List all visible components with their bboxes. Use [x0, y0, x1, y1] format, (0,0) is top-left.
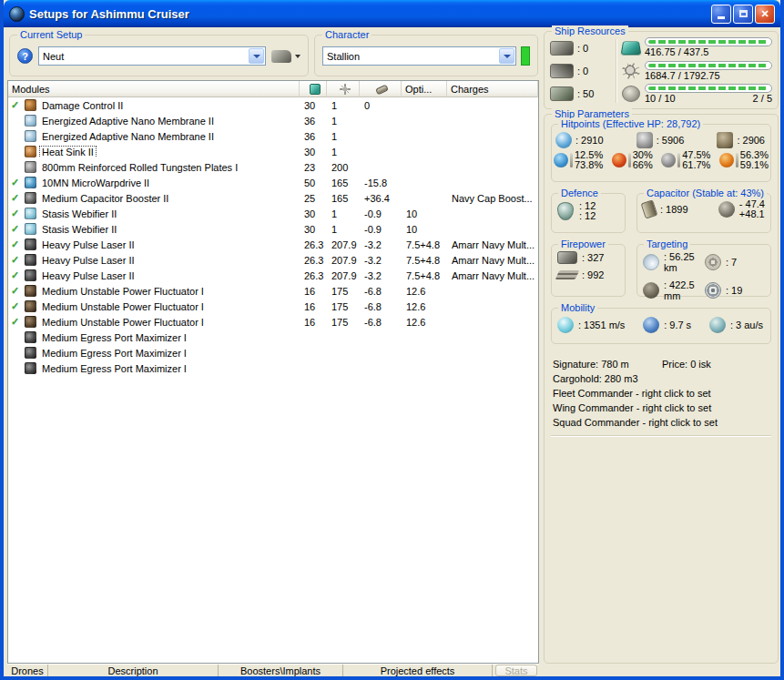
tab-description[interactable]: Description: [48, 665, 219, 676]
module-cap-use: -0.9: [360, 208, 402, 219]
module-row[interactable]: ✓Heavy Pulse Laser II26.3207.9-3.27.5+4.…: [8, 252, 538, 268]
em-resist-values: 12.5%73.8%: [575, 150, 603, 170]
upgrades-bar-row: 10 / 102 / 5: [622, 84, 772, 105]
module-name: Stasis Webifier II: [40, 224, 118, 235]
module-name: Heavy Pulse Laser II: [40, 270, 137, 281]
tab-boosters-implants[interactable]: Boosters\Implants: [219, 665, 343, 676]
cpu-icon: [621, 41, 642, 55]
max-velocity-icon: [557, 317, 574, 333]
setup-select-value: Neut: [43, 51, 249, 62]
character-select[interactable]: Stallion: [322, 46, 516, 66]
module-row[interactable]: ✓Stasis Webifier II301-0.910: [8, 206, 538, 221]
powergrid-column-header[interactable]: [327, 81, 360, 97]
targeting-range-item: : 56.25 km: [643, 251, 705, 273]
powergrid-usage-text: 1684.7 / 1792.75: [645, 70, 720, 82]
module-name: Heat Sink II: [40, 147, 96, 157]
setup-select-arrow[interactable]: [249, 48, 264, 64]
setup-tools-button[interactable]: [271, 50, 300, 63]
titlebar[interactable]: Setups for Ashimmu Cruiser ✕: [4, 0, 780, 27]
tab-drones[interactable]: Drones: [7, 665, 48, 676]
close-button[interactable]: ✕: [755, 5, 775, 24]
maximize-button[interactable]: [733, 5, 753, 24]
active-check-icon: ✓: [11, 99, 25, 111]
module-row[interactable]: ✓10MN MicroWarpdrive II50165-15.8: [8, 175, 538, 190]
module-powergrid: 1: [327, 131, 360, 142]
module-row[interactable]: ✓Heavy Pulse Laser II26.3207.9-3.27.5+4.…: [8, 268, 538, 283]
module-row[interactable]: ✓Damage Control II3010: [8, 97, 538, 113]
active-check-icon: ✓: [11, 316, 25, 328]
caret-down-icon: [295, 55, 300, 58]
minimize-icon: [718, 16, 725, 19]
capacitor-use-icon: [375, 85, 389, 96]
module-name: Medium Egress Port Maximizer I: [40, 363, 188, 374]
thermal-resist-item: 30%66%: [612, 150, 653, 170]
armor-icon: [636, 132, 653, 148]
module-cpu: 36: [300, 116, 327, 127]
upgrades-usage-text: 10 / 10: [645, 93, 676, 105]
squad-commander-text[interactable]: Squad Commander - right click to set: [553, 415, 771, 430]
upgrades-progress-fill: [648, 86, 769, 90]
cpu-icon: [310, 84, 321, 95]
module-row[interactable]: ✓Stasis Webifier II301-0.910: [8, 221, 538, 237]
module-row[interactable]: ✓Medium Unstable Power Fluctuator I16175…: [8, 283, 538, 299]
targeting-group: Targeting : 56.25 km: 7: 422.5 mm: 19: [636, 244, 771, 297]
chevron-down-icon: [504, 55, 511, 58]
max-locked-targets-value: : 19: [726, 285, 742, 296]
module-row[interactable]: 800mm Reinforced Rolled Tungsten Plates …: [8, 159, 538, 175]
module-name: Stasis Webifier II: [40, 208, 118, 219]
structure-icon: [717, 132, 733, 148]
module-cpu: 25: [300, 193, 327, 204]
wing-commander-text[interactable]: Wing Commander - right click to set: [553, 401, 771, 415]
help-icon[interactable]: ?: [17, 48, 33, 64]
character-group: Character Stallion: [314, 35, 538, 76]
rig-slot-count: : 50: [577, 88, 594, 99]
cpu-progress-bar: [645, 37, 772, 46]
max-velocity-value: : 1351 m/s: [578, 320, 625, 330]
module-row[interactable]: ✓Medium Capacitor Booster II25165+36.4Na…: [8, 190, 538, 206]
fleet-commander-text[interactable]: Fleet Commander - right click to set: [553, 386, 771, 401]
setup-select[interactable]: Neut: [38, 46, 266, 66]
module-row[interactable]: Medium Egress Port Maximizer I: [8, 360, 538, 376]
egress-port-icon: [25, 347, 36, 359]
hitpoints-label: Hitpoints (Effective HP: 28,792): [558, 118, 703, 130]
character-label: Character: [322, 29, 372, 41]
webifier-icon: [25, 223, 36, 235]
egress-port-icon: [25, 362, 36, 374]
optimal-column-header[interactable]: Opti...: [402, 81, 447, 97]
cap-injector-icon: [718, 201, 735, 218]
kinetic-resist-item: 47.5%61.7%: [661, 150, 710, 170]
stats-button[interactable]: Stats: [495, 665, 537, 676]
charges-column-header[interactable]: Charges: [447, 81, 538, 97]
module-powergrid: 175: [327, 286, 360, 297]
active-check-icon: ✓: [11, 192, 25, 204]
cpu-column-header[interactable]: [300, 81, 327, 97]
launcher-hardpoint-row: : 0: [550, 62, 614, 80]
module-row[interactable]: Energized Adaptive Nano Membrane II361: [8, 113, 538, 128]
module-row[interactable]: Medium Egress Port Maximizer I: [8, 330, 538, 345]
module-row[interactable]: Medium Egress Port Maximizer I: [8, 345, 538, 360]
module-row[interactable]: ✓Heavy Pulse Laser II26.3207.9-3.27.5+4.…: [8, 237, 538, 252]
module-cap-use: -6.8: [360, 286, 402, 297]
warp-speed-item: : 3 au/s: [709, 317, 763, 333]
character-select-arrow[interactable]: [499, 48, 514, 64]
module-row[interactable]: Energized Adaptive Nano Membrane II361: [8, 128, 538, 144]
structure-hp-value: : 2906: [737, 135, 765, 146]
targeting-range-value: : 56.25 km: [664, 251, 705, 273]
thermal-resist-icon: [612, 153, 626, 167]
module-powergrid: 165: [327, 178, 360, 188]
signature-resolution-value: : 422.5 mm: [664, 279, 705, 301]
active-check-icon: ✓: [11, 223, 25, 235]
module-row[interactable]: ✓Medium Unstable Power Fluctuator I16175…: [8, 314, 538, 330]
module-row[interactable]: Heat Sink II301: [8, 144, 538, 159]
minimize-button[interactable]: [711, 5, 731, 24]
volley-value: : 992: [582, 269, 604, 280]
module-powergrid: 175: [327, 317, 360, 328]
shield-hp-value: : 2910: [575, 135, 604, 146]
tab-projected-effects[interactable]: Projected effects: [343, 665, 493, 676]
module-row[interactable]: ✓Medium Unstable Power Fluctuator I16175…: [8, 299, 538, 314]
capacitor-column-header[interactable]: [360, 81, 402, 97]
modules-column-header[interactable]: Modules: [8, 81, 300, 97]
active-check-icon: ✓: [11, 300, 25, 312]
webifier-icon: [25, 208, 36, 219]
module-optimal: 10: [402, 224, 447, 235]
